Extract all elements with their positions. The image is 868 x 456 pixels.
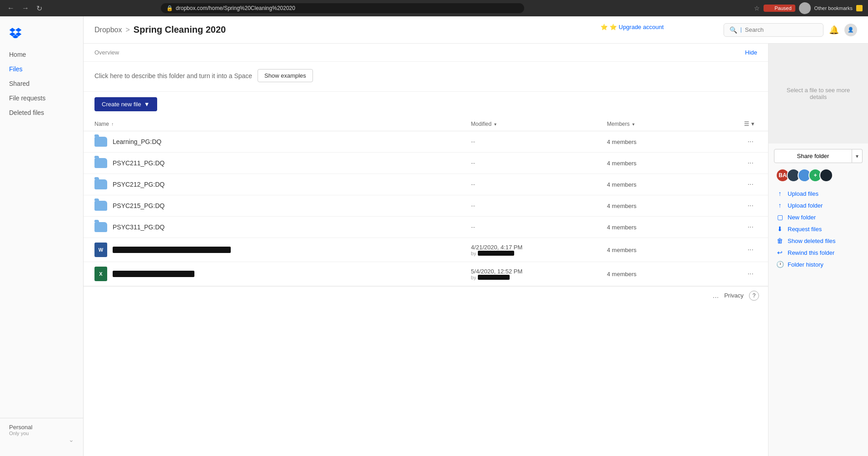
more-options-button[interactable]: ··· [744,157,757,169]
file-name-redacted [113,247,231,253]
view-toggle[interactable]: ☰ ▾ [744,120,757,127]
file-actions: ··· [733,217,768,238]
file-name-cell: PSYC211_PG:DQ [84,153,460,174]
folder-icon [94,222,107,232]
help-button[interactable]: ? [749,291,759,301]
new-folder-label: New folder [788,214,816,221]
folder-icon [94,179,107,189]
rewind-folder-action[interactable]: ↩ Rewind this folder [774,247,863,258]
share-folder-dropdown-button[interactable]: ▾ [852,149,863,163]
file-modified: 5/4/2020, 12:52 PM by [460,262,596,286]
browser-right: ☆ Paused Other bookmarks [754,2,863,14]
account-chevron-icon[interactable]: ⌄ [69,436,74,443]
table-row[interactable]: PSYC311_PG:DQ -- 4 members ··· [84,217,768,238]
create-label: Create new file [102,101,141,108]
back-button[interactable]: ← [5,3,16,13]
file-members: 4 members [596,238,733,262]
user-avatar[interactable] [799,2,811,14]
privacy-link[interactable]: Privacy [724,292,744,299]
file-name: PSYC311_PG:DQ [113,223,164,231]
col-modified[interactable]: Modified ▾ [460,117,596,131]
sidebar-item-file-requests[interactable]: File requests [0,91,83,105]
overview-text: Click here to describe this folder and t… [94,72,252,79]
table-row[interactable]: Learning_PG:DQ -- 4 members ··· [84,131,768,153]
show-deleted-icon: 🗑 [776,237,784,244]
table-row[interactable]: X 5/4/2020, 12:52 PM by [84,262,768,286]
overview-label: Overview [94,49,119,56]
folder-history-action[interactable]: 🕐 Folder history [774,258,863,270]
request-files-action[interactable]: ⬇ Request files [774,223,863,235]
file-members: 4 members [596,131,733,153]
dropbox-icon [9,27,22,38]
sidebar-item-shared[interactable]: Shared [0,76,83,91]
file-name-cell: PSYC215_PG:DQ [84,195,460,217]
user-avatar-button[interactable]: 👤 [844,24,857,36]
search-bar[interactable]: 🔍 [724,23,823,37]
table-row[interactable]: W 4/21/2020, 4:17 PM by [84,238,768,262]
file-members: 4 members [596,174,733,195]
new-folder-action[interactable]: ▢ New folder [774,211,863,223]
view-arrow-icon: ▾ [751,120,754,127]
overview-description: Click here to describe this folder and t… [84,62,768,92]
footer-dots[interactable]: ... [713,292,719,300]
app-layout: Home Files Shared File requests Deleted … [0,16,868,456]
col-members[interactable]: Members ▾ [596,117,733,131]
rewind-label: Rewind this folder [788,249,834,256]
share-folder-button[interactable]: Share folder [774,149,852,163]
sidebar-logo[interactable] [0,24,83,47]
sidebar-item-home[interactable]: Home [0,47,83,62]
search-folder-icon [741,27,741,33]
table-row[interactable]: PSYC211_PG:DQ -- 4 members ··· [84,153,768,174]
upload-files-action[interactable]: ↑ Upload files [774,188,863,199]
sidebar-item-deleted-files[interactable]: Deleted files [0,105,83,120]
file-members: 4 members [596,195,733,217]
file-name-cell: Learning_PG:DQ [84,131,460,153]
upload-files-icon: ↑ [776,190,784,197]
more-options-button[interactable]: ··· [744,221,757,233]
view-icon: ☰ [744,120,749,127]
show-deleted-files-action[interactable]: 🗑 Show deleted files [774,235,863,247]
star-icon[interactable]: ☆ [754,5,760,12]
show-deleted-label: Show deleted files [788,238,836,244]
search-input[interactable] [745,26,818,33]
table-row[interactable]: PSYC215_PG:DQ -- 4 members ··· [84,195,768,217]
files-toolbar: Create new file ▼ [84,92,768,117]
show-examples-button[interactable]: Show examples [258,69,313,82]
reload-button[interactable]: ↻ [35,3,44,14]
file-members: 4 members [596,262,733,286]
table-header: Name ↑ Modified ▾ Members ▾ [84,117,768,131]
file-members: 4 members [596,217,733,238]
modified-by-redacted [478,251,514,256]
dropbox-logo-icon [9,27,74,38]
more-options-button[interactable]: ··· [744,136,757,148]
main-content: Dropbox > Spring Cleaning 2020 ⭐ ⭐ Upgra… [84,16,868,456]
table-row[interactable]: PSYC212_PG:DQ -- 4 members ··· [84,174,768,195]
sidebar-footer: Personal Only you ⌄ [0,418,83,449]
more-options-button[interactable]: ··· [744,178,757,190]
file-actions: ··· [733,195,768,217]
star-upgrade-icon: ⭐ [600,24,608,30]
paused-badge: Paused [764,5,795,12]
sidebar-item-files[interactable]: Files [0,62,83,76]
upload-files-label: Upload files [788,190,818,197]
url-bar[interactable]: 🔒 dropbox.com/home/Spring%20Cleaning%202… [161,3,524,13]
more-options-button[interactable]: ··· [744,268,757,280]
hide-link[interactable]: Hide [745,49,757,56]
more-options-button[interactable]: ··· [744,200,757,212]
word-file-icon: W [94,243,107,257]
notifications-button[interactable]: 🔔 [829,25,839,35]
file-name-cell: X [84,262,460,286]
col-name[interactable]: Name ↑ [84,117,460,131]
upload-folder-action[interactable]: ↑ Upload folder [774,199,863,211]
search-icon: 🔍 [729,26,737,34]
account-type: Personal [9,424,74,431]
upgrade-account-link[interactable]: ⭐ ⭐ Upgrade account [600,24,664,30]
share-folder-wrap: Share folder ▾ [774,149,863,163]
rewind-icon: ↩ [776,249,784,256]
forward-button[interactable]: → [20,3,31,13]
create-new-file-button[interactable]: Create new file ▼ [94,97,157,111]
more-options-button[interactable]: ··· [744,244,757,256]
file-table-body: Learning_PG:DQ -- 4 members ··· [84,131,768,286]
file-actions: ··· [733,131,768,153]
breadcrumb-home[interactable]: Dropbox [94,26,122,34]
